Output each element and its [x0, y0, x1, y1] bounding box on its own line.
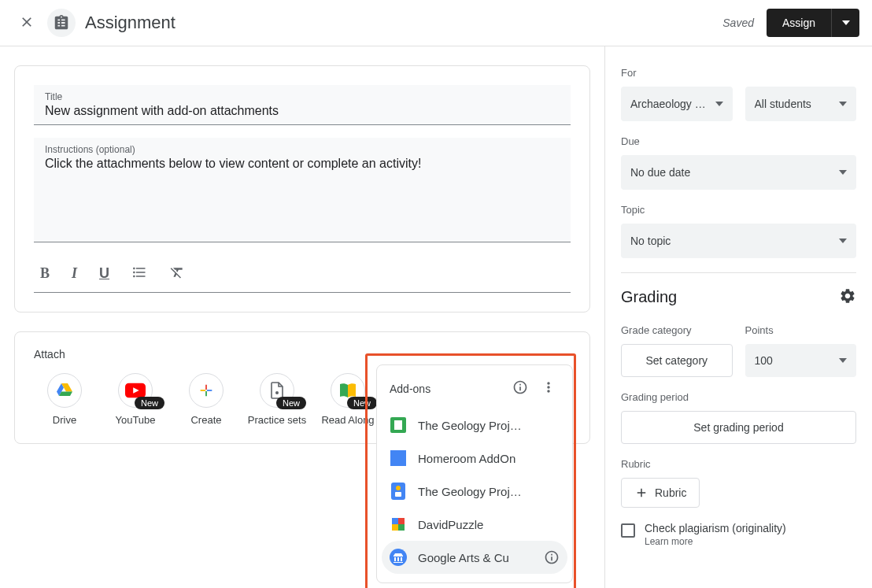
caret-down-icon: [839, 357, 847, 364]
attach-drive[interactable]: Drive: [34, 373, 95, 427]
addon-icon: [390, 416, 407, 434]
grading-settings-button[interactable]: [839, 287, 856, 307]
svg-rect-3: [394, 420, 402, 430]
underline-icon: U: [99, 265, 109, 281]
info-icon[interactable]: [544, 549, 560, 565]
youtube-icon: [125, 383, 146, 398]
addon-icon: [390, 483, 407, 500]
underline-button[interactable]: U: [96, 261, 113, 286]
new-badge: New: [276, 397, 306, 409]
addons-heading: Add-ons: [390, 383, 503, 395]
addons-info-button[interactable]: [509, 376, 531, 401]
more-vert-icon: [541, 379, 556, 395]
format-toolbar: B I U: [34, 255, 571, 293]
for-label: For: [621, 67, 856, 79]
set-grading-period-button[interactable]: Set grading period: [621, 411, 856, 444]
addon-item[interactable]: Homeroom AddOn: [377, 442, 572, 475]
svg-rect-7: [395, 492, 401, 497]
header: Assignment Saved Assign: [0, 0, 872, 46]
title-field[interactable]: Title: [34, 85, 571, 125]
drive-icon: [55, 381, 74, 400]
attach-read-along[interactable]: New Read Along: [317, 373, 379, 427]
plagiarism-checkbox[interactable]: [621, 523, 635, 538]
instructions-label: Instructions (optional): [45, 144, 560, 155]
svg-rect-5: [391, 483, 405, 500]
italic-icon: I: [72, 265, 77, 281]
learn-more-link[interactable]: Learn more: [645, 536, 786, 547]
caret-down-icon: [715, 100, 723, 108]
assignment-icon: [47, 9, 76, 37]
assign-dropdown-button[interactable]: [831, 9, 859, 37]
plus-icon: [198, 382, 215, 399]
info-icon: [512, 379, 528, 395]
rubric-label: Rubric: [621, 458, 856, 470]
content-card: Title Instructions (optional) Click the …: [14, 65, 590, 312]
svg-rect-4: [390, 450, 406, 466]
caret-down-icon: [839, 168, 847, 176]
addon-icon: [390, 449, 407, 467]
due-date-select[interactable]: No due date: [621, 155, 856, 190]
title-label: Title: [45, 91, 560, 102]
caret-down-icon: [842, 19, 850, 27]
due-label: Due: [621, 135, 856, 147]
italic-button[interactable]: I: [68, 261, 80, 286]
grading-period-label: Grading period: [621, 391, 856, 403]
topic-select[interactable]: No topic: [621, 224, 856, 258]
caret-down-icon: [839, 237, 847, 245]
attach-youtube[interactable]: New YouTube: [105, 373, 166, 427]
close-icon: [19, 14, 35, 30]
addon-icon: [390, 549, 407, 566]
rubric-button[interactable]: Rubric: [621, 478, 700, 508]
addon-item[interactable]: The Geology Proj…: [377, 475, 572, 508]
gear-icon: [839, 287, 856, 305]
class-select[interactable]: Archaeology …: [621, 87, 733, 121]
points-label: Points: [745, 324, 857, 336]
addon-icon: [390, 516, 407, 533]
saved-status: Saved: [722, 17, 754, 29]
grade-category-label: Grade category: [621, 324, 733, 336]
clear-format-button[interactable]: [166, 261, 188, 286]
topic-label: Topic: [621, 204, 856, 216]
students-select[interactable]: All students: [745, 87, 857, 121]
list-button[interactable]: [128, 261, 150, 286]
attach-heading: Attach: [34, 348, 571, 361]
bold-icon: B: [40, 265, 50, 281]
svg-point-1: [275, 391, 279, 394]
bullet-list-icon: [131, 264, 147, 280]
points-select[interactable]: 100: [745, 344, 857, 377]
attach-practice-sets[interactable]: New Practice sets: [246, 373, 308, 427]
bold-button[interactable]: B: [37, 261, 53, 286]
new-badge: New: [135, 397, 164, 409]
title-input[interactable]: [45, 104, 560, 118]
svg-point-6: [396, 486, 401, 490]
attach-create[interactable]: Create: [176, 373, 237, 427]
clear-format-icon: [169, 264, 185, 280]
instructions-input[interactable]: Click the attachments below to view cont…: [45, 157, 560, 235]
page-title: Assignment: [85, 13, 722, 33]
new-badge: New: [347, 397, 377, 409]
plagiarism-label: Check plagiarism (originality): [645, 522, 786, 534]
caret-down-icon: [839, 100, 847, 108]
plus-icon: [634, 486, 648, 500]
addon-item[interactable]: DavidPuzzle: [377, 508, 572, 541]
grading-title: Grading: [621, 288, 677, 306]
addon-item[interactable]: Google Arts & Cu: [382, 541, 567, 574]
set-category-button[interactable]: Set category: [621, 344, 733, 377]
addons-panel: Add-ons The Geology Proj… Homeroom AddOn…: [376, 364, 573, 583]
addon-item[interactable]: The Geology Proj…: [377, 409, 572, 442]
addons-more-button[interactable]: [538, 376, 560, 401]
instructions-field[interactable]: Instructions (optional) Click the attach…: [34, 138, 571, 242]
close-button[interactable]: [13, 8, 41, 39]
assign-button[interactable]: Assign: [767, 9, 831, 37]
